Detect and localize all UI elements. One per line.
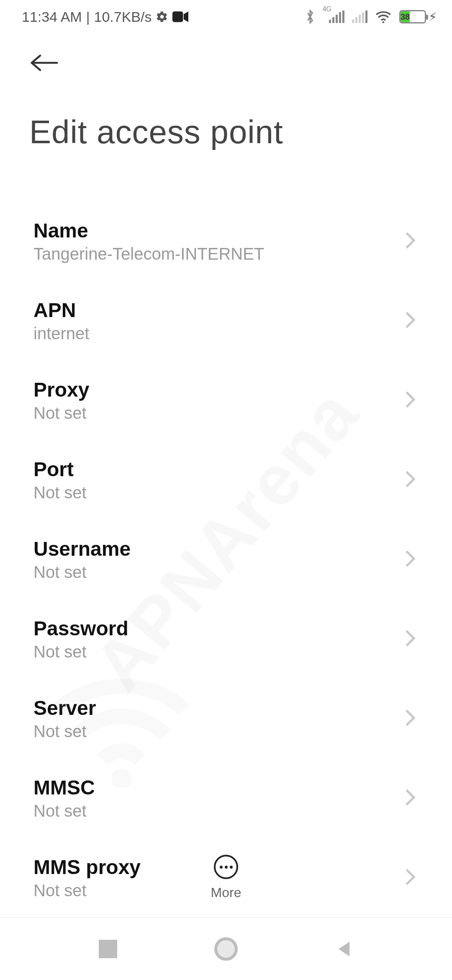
- signal-1-label: 4G: [323, 5, 331, 13]
- setting-row-name[interactable]: Name Tangerine-Telecom-INTERNET: [0, 201, 452, 281]
- setting-value: internet: [33, 324, 89, 343]
- setting-row-username[interactable]: Username Not set: [0, 520, 452, 599]
- setting-label: Server: [33, 696, 96, 720]
- settings-list: Name Tangerine-Telecom-INTERNET APN inte…: [0, 201, 452, 918]
- chevron-right-icon: [404, 470, 416, 490]
- chevron-right-icon: [404, 231, 416, 251]
- more-icon: [214, 855, 238, 879]
- setting-row-proxy[interactable]: Proxy Not set: [0, 361, 452, 440]
- setting-label: Proxy: [33, 378, 89, 401]
- setting-row-port[interactable]: Port Not set: [0, 440, 452, 520]
- back-arrow-icon: [29, 53, 59, 73]
- video-icon: [172, 11, 188, 22]
- setting-value: Not set: [33, 563, 131, 582]
- chevron-right-icon: [404, 629, 416, 649]
- setting-value: Not set: [33, 642, 128, 661]
- setting-value: Not set: [33, 722, 96, 741]
- battery-percent: 38: [399, 12, 411, 22]
- status-time: 11:34 AM: [22, 9, 82, 25]
- status-left: 11:34 AM | 10.7KB/s: [22, 9, 188, 25]
- chevron-right-icon: [404, 390, 416, 410]
- bluetooth-icon: [305, 9, 315, 24]
- setting-row-mmsc[interactable]: MMSC Not set: [0, 758, 452, 838]
- signal-2-icon: [352, 10, 367, 23]
- chevron-right-icon: [404, 709, 416, 729]
- svg-point-1: [383, 21, 385, 23]
- setting-value: Not set: [33, 483, 87, 502]
- setting-row-server[interactable]: Server Not set: [0, 679, 452, 758]
- setting-value: Not set: [33, 404, 89, 423]
- setting-label: APN: [33, 299, 89, 322]
- header: Edit access point: [0, 34, 452, 151]
- setting-row-password[interactable]: Password Not set: [0, 599, 452, 679]
- nav-home-button[interactable]: [214, 937, 238, 961]
- setting-value: Tangerine-Telecom-INTERNET: [33, 245, 264, 263]
- nav-recent-button[interactable]: [99, 940, 117, 958]
- nav-back-button[interactable]: [335, 940, 353, 958]
- gear-icon: [156, 10, 168, 23]
- chevron-right-icon: [404, 788, 416, 808]
- setting-value: Not set: [33, 802, 95, 820]
- wifi-icon: [375, 10, 392, 23]
- chevron-right-icon: [404, 549, 416, 570]
- setting-label: Name: [33, 219, 264, 242]
- setting-label: MMSC: [33, 776, 95, 799]
- setting-label: Port: [33, 458, 87, 481]
- nav-bar: [0, 917, 452, 980]
- status-net-speed: 10.7KB/s: [94, 9, 152, 25]
- more-label: More: [211, 885, 241, 900]
- more-button[interactable]: More: [0, 855, 452, 900]
- chevron-right-icon: [404, 311, 416, 331]
- back-button[interactable]: [29, 46, 63, 80]
- battery-indicator: 38 ⚡︎: [399, 10, 437, 24]
- status-bar: 11:34 AM | 10.7KB/s 4G 38: [0, 0, 452, 34]
- signal-1-wrap: 4G: [323, 10, 344, 23]
- setting-label: Password: [33, 617, 128, 640]
- charging-icon: ⚡︎: [429, 10, 437, 24]
- setting-label: Username: [33, 537, 131, 560]
- status-separator: |: [86, 9, 90, 25]
- status-right: 4G 38 ⚡︎: [305, 9, 437, 24]
- setting-row-apn[interactable]: APN internet: [0, 281, 452, 361]
- page-title: Edit access point: [29, 113, 423, 151]
- svg-rect-0: [172, 11, 183, 22]
